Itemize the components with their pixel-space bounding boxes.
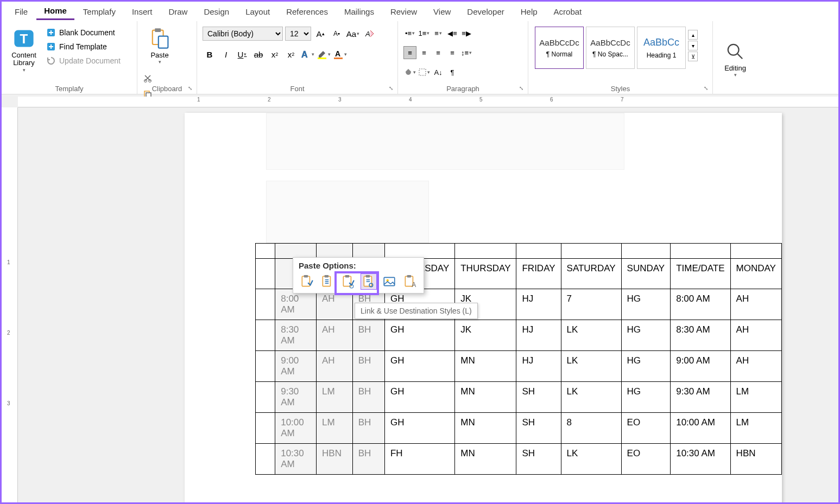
italic-button[interactable]: I [219, 47, 233, 61]
increase-font-button[interactable]: A▴ [313, 27, 327, 41]
group-label-paragraph: Paragraph [398, 85, 528, 93]
search-icon [723, 40, 747, 63]
menu-acrobat[interactable]: Acrobat [546, 4, 590, 20]
change-case-button[interactable]: Aa▾ [346, 27, 360, 41]
borders-button[interactable]: ▾ [418, 66, 431, 79]
increase-indent-button[interactable]: ≡▶ [460, 27, 473, 40]
paste-options-popup: Paste Options: A [293, 257, 424, 294]
menu-draw[interactable]: Draw [161, 4, 195, 20]
menu-insert[interactable]: Insert [124, 4, 160, 20]
menu-review[interactable]: Review [383, 4, 425, 20]
paste-button[interactable]: Paste ▾ [141, 23, 179, 68]
paste-keep-source-icon[interactable] [299, 273, 315, 290]
svg-rect-18 [302, 276, 310, 286]
paste-link-destination-styles-icon[interactable] [361, 273, 377, 290]
paste-picture-icon[interactable] [381, 273, 397, 290]
svg-rect-13 [318, 58, 326, 59]
subscript-button[interactable]: x2 [268, 47, 282, 61]
align-right-button[interactable]: ≡ [432, 46, 445, 59]
highlight-button[interactable]: ▾ [317, 47, 331, 61]
group-label-templafy: Templafy [2, 85, 137, 93]
cut-button[interactable] [143, 73, 192, 85]
clear-formatting-button[interactable]: A [362, 27, 376, 41]
table-row: 8:00 AMAHBH GHJKHJ7HG8:00 AMAH [256, 289, 782, 320]
styles-launcher[interactable]: ⤡ [704, 85, 710, 92]
align-left-button[interactable]: ≡ [403, 46, 416, 59]
templafy-icon: T [12, 27, 36, 50]
decrease-indent-button[interactable]: ◀≡ [446, 27, 459, 40]
paragraph-launcher[interactable]: ⤡ [519, 85, 526, 92]
multilevel-button[interactable]: ≡▾ [432, 27, 445, 40]
style-no-spacing[interactable]: AaBbCcDc ¶ No Spac... [586, 27, 635, 69]
svg-rect-19 [304, 275, 308, 277]
underline-button[interactable]: U▾ [235, 47, 249, 61]
menu-templafy[interactable]: Templafy [75, 4, 123, 20]
paste-tooltip: Link & Use Destination Styles (L) [355, 303, 478, 319]
menu-developer[interactable]: Developer [459, 4, 511, 20]
svg-rect-27 [384, 277, 395, 285]
svg-text:A: A [365, 30, 370, 38]
menu-help[interactable]: Help [513, 4, 545, 20]
svg-rect-6 [159, 36, 168, 48]
menu-references[interactable]: References [279, 4, 336, 20]
style-normal[interactable]: AaBbCcDc ¶ Normal [535, 27, 584, 69]
group-editing: Editing ▾ [713, 21, 756, 94]
paste-link-keep-source-icon[interactable] [340, 273, 356, 290]
svg-rect-16 [419, 69, 426, 75]
menu-design[interactable]: Design [196, 4, 237, 20]
strikethrough-button[interactable]: ab [251, 47, 266, 61]
group-font: Calibri (Body) 12 A▴ A▾ Aa▾ A B I U▾ ab … [197, 21, 398, 94]
svg-text:A: A [335, 49, 340, 58]
show-marks-button[interactable]: ¶ [446, 66, 459, 79]
style-heading1[interactable]: AaBbCc Heading 1 [637, 27, 686, 69]
paste-text-only-icon[interactable]: A [402, 273, 418, 290]
font-name-select[interactable]: Calibri (Body) [203, 27, 283, 41]
sort-button[interactable]: A↓ [432, 66, 445, 79]
numbering-button[interactable]: 1≡▾ [418, 27, 431, 40]
menu-file[interactable]: File [7, 4, 35, 20]
document-area: 1 2 3 4 5 6 7 1 2 3 WEDNESDAYTHURSDAYFRI… [2, 97, 838, 502]
menu-view[interactable]: View [426, 4, 458, 20]
content-library-button[interactable]: T Content Library ▾ [5, 23, 43, 94]
find-template-button[interactable]: Find Template [44, 41, 123, 53]
superscript-button[interactable]: x2 [284, 47, 298, 61]
update-document-button[interactable]: Update Document [44, 55, 123, 67]
svg-rect-30 [407, 275, 412, 277]
svg-point-17 [728, 44, 739, 55]
text-effects-button[interactable]: A▾ [300, 47, 314, 61]
placeholder-image-2 [266, 181, 429, 243]
menu-layout[interactable]: Layout [238, 4, 277, 20]
svg-rect-21 [325, 275, 329, 277]
align-center-button[interactable]: ≡ [418, 46, 431, 59]
group-label-styles: Styles [528, 85, 712, 93]
document-page[interactable]: WEDNESDAYTHURSDAYFRIDAYSATURDAYSUNDAYTIM… [185, 113, 782, 504]
decrease-font-button[interactable]: A▾ [330, 27, 344, 41]
table-row: 9:30 AMLMBH GHMNSHLKHG9:30 AMLM [256, 382, 782, 413]
menu-mailings[interactable]: Mailings [337, 4, 382, 20]
line-spacing-button[interactable]: ↕≡▾ [460, 46, 473, 59]
styles-down-button[interactable]: ▾ [688, 41, 698, 50]
editing-button[interactable]: Editing ▾ [716, 36, 754, 81]
table-row: 10:30 AMHBNBH FHMNSHLKEO10:30 AMHBN [256, 444, 782, 475]
placeholder-image-1 [266, 113, 624, 170]
vertical-ruler[interactable]: 1 2 3 [2, 107, 18, 502]
blank-document-button[interactable]: Blank Document [44, 27, 123, 39]
svg-rect-5 [155, 28, 161, 32]
font-launcher[interactable]: ⤡ [389, 85, 395, 92]
justify-button[interactable]: ≡ [446, 46, 459, 59]
svg-text:A: A [301, 50, 308, 59]
bold-button[interactable]: B [203, 47, 217, 61]
font-size-select[interactable]: 12 [285, 27, 311, 41]
svg-rect-26 [366, 275, 370, 277]
menu-home[interactable]: Home [36, 3, 74, 20]
svg-rect-15 [334, 58, 343, 59]
font-color-button[interactable]: A▾ [333, 47, 347, 61]
group-paragraph: •≡▾ 1≡▾ ≡▾ ◀≡ ≡▶ ≡ ≡ ≡ ≡ ↕≡▾ ▾ ▾ A↓ ¶ Pa… [398, 21, 528, 94]
shading-button[interactable]: ▾ [403, 66, 416, 79]
styles-up-button[interactable]: ▴ [688, 30, 698, 40]
paste-use-destination-icon[interactable] [319, 273, 336, 290]
clipboard-launcher[interactable]: ⤡ [188, 85, 194, 92]
styles-more-button[interactable]: ⊻ [688, 52, 698, 61]
bullets-button[interactable]: •≡▾ [403, 27, 416, 40]
horizontal-ruler[interactable]: 1 2 3 4 5 6 7 [18, 97, 838, 107]
